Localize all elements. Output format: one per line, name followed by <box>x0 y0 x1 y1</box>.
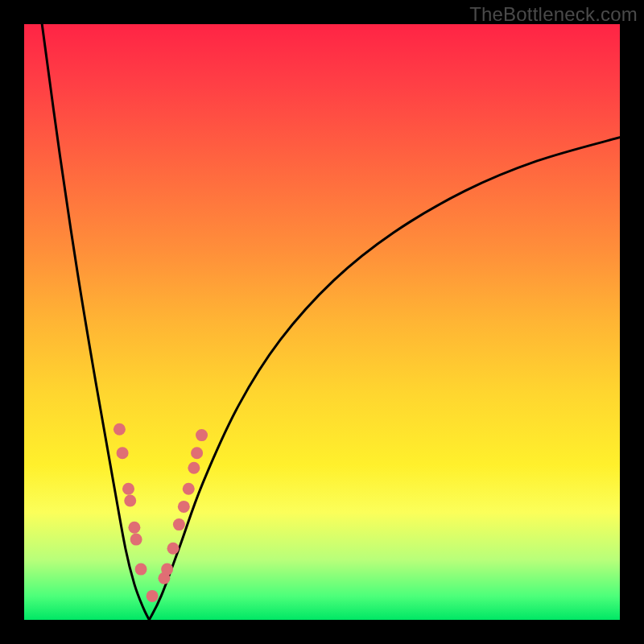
data-marker <box>114 423 126 436</box>
data-marker <box>167 543 180 555</box>
data-marker <box>124 495 136 507</box>
curve-layer <box>24 24 620 620</box>
data-marker <box>191 447 203 459</box>
data-marker <box>173 518 185 530</box>
chart-frame: TheBottleneck.com <box>0 0 644 644</box>
data-marker <box>161 564 173 576</box>
data-marker <box>117 447 129 459</box>
data-marker <box>122 483 134 495</box>
data-marker <box>130 534 142 546</box>
data-marker <box>128 522 140 534</box>
data-marker <box>196 429 208 441</box>
watermark-text: TheBottleneck.com <box>469 3 638 26</box>
data-marker <box>135 564 147 576</box>
plot-area <box>24 24 620 620</box>
data-marker <box>188 462 200 474</box>
data-marker <box>183 483 195 495</box>
data-marker <box>178 501 190 513</box>
data-marker <box>147 590 159 602</box>
curve-right-branch <box>149 138 620 620</box>
